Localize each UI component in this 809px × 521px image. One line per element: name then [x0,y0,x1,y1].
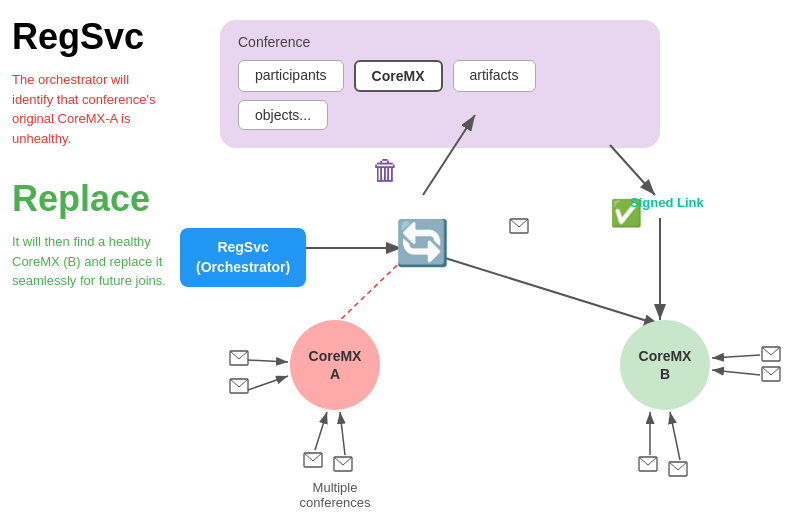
description-replace: It will then find a healthy CoreMX (B) a… [12,232,168,291]
arrow-env-left-a1 [248,360,288,362]
arrow-cycle-to-conf [423,115,475,195]
trash-icon: 🗑 [372,155,400,186]
multiple-conferences-label: Multiple conferences [290,480,380,510]
cycle-icon: 🔄 [395,217,450,269]
arrow-env-right-b1 [712,355,760,358]
arrow-env-bottom-a2 [340,412,345,455]
signed-link-label: Signed Link [630,195,704,212]
circle-b: CoreMXB [620,320,710,410]
arrow-artifacts-to-signed [610,145,655,195]
description-regsvc: The orchestrator will identify that conf… [12,70,168,148]
regsvc-orchestrator-box: RegSvc (Orchestrator) [180,228,306,287]
left-panel: RegSvc The orchestrator will identify th… [0,0,180,521]
arrow-cycle-to-circle-b [445,258,660,325]
arrow-env-bottom-b2 [670,412,680,460]
diagram-area: Conference participants CoreMX artifacts… [180,0,809,521]
arrow-env-bottom-a1 [315,412,327,450]
arrow-env-left-a2 [248,376,288,390]
title-replace: Replace [12,178,168,220]
circle-a: CoreMXA [290,320,380,410]
arrow-env-right-b2 [712,370,760,375]
title-regsvc: RegSvc [12,16,168,58]
